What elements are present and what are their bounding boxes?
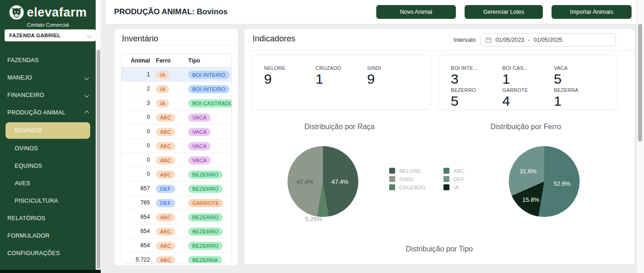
- sidebar-item-aves[interactable]: AVES: [0, 175, 96, 192]
- table-row[interactable]: 0ABCVACA: [121, 153, 231, 167]
- type-counts-card: BOI INTE...3BOI CAS...1VACA5BEZERRO5GARR…: [438, 55, 618, 110]
- pie-slice-label: 31.6%: [520, 168, 537, 175]
- farm-selector[interactable]: FAZENDA GABRIEL: [5, 29, 96, 41]
- stat-block: BOI INTE...3: [451, 65, 502, 86]
- indicators-title: Indicadores: [253, 34, 295, 44]
- sidebar-item-label: BOVINOS: [15, 127, 42, 134]
- stat-block: BEZERRA1: [554, 87, 605, 108]
- legend-item: DEF: [443, 176, 465, 182]
- legend-label: DEF: [454, 176, 464, 182]
- sidebar: elevafarm Contato Comercial FAZENDA GABR…: [0, 0, 96, 273]
- new-animal-button[interactable]: Novo Animal: [376, 5, 456, 19]
- legend-label: CRUZADO: [399, 185, 426, 190]
- sidebar-bottom-strip: [0, 270, 101, 273]
- sidebar-scrollbar[interactable]: [96, 0, 101, 273]
- table-row[interactable]: 3IABOI CASTRADO: [121, 96, 231, 110]
- animal-cell: 1: [121, 71, 150, 78]
- table-row[interactable]: 0ABCVACA: [121, 110, 231, 125]
- animal-cell: 0: [121, 142, 150, 149]
- table-row[interactable]: 654ABCBEZERRO: [121, 210, 231, 224]
- chart-title-ferro: Distribuição por Ferro: [459, 123, 592, 131]
- pie-chart-raca[interactable]: 47.4% 47.4% 5.26%: [288, 146, 358, 217]
- tipo-badge: BEZERRO: [188, 242, 223, 250]
- sidebar-item-configura-es[interactable]: CONFIGURAÇÕES: [0, 245, 96, 262]
- table-row[interactable]: 654ABCBEZERRO: [121, 239, 231, 253]
- stat-block: BEZERRO5: [451, 87, 502, 108]
- ferro-badge: IA: [156, 71, 169, 79]
- header-buttons: Novo Animal Gerenciar Lotes Importar Ani…: [376, 5, 632, 19]
- page-title: PRODUÇÃO ANIMAL: Bovinos: [114, 7, 228, 17]
- animal-cell: 657: [121, 185, 150, 192]
- table-row[interactable]: 5.722ABCBEZERRA: [121, 253, 231, 263]
- tipo-badge: BOI CASTRADO: [188, 99, 231, 108]
- stat-label: CRUZADO: [316, 65, 367, 71]
- sidebar-nav: FAZENDASMANEJOFINANCEIROPRODUÇÃO ANIMALB…: [0, 51, 96, 262]
- calendar-icon: [485, 37, 492, 43]
- main-scrollbar[interactable]: [636, 0, 644, 273]
- tipo-badge: BEZERRO: [188, 185, 223, 193]
- ferro-badge: ABC: [156, 242, 175, 250]
- sidebar-item-fazendas[interactable]: FAZENDAS: [0, 51, 96, 69]
- table-row[interactable]: 0ABCVACA: [121, 125, 231, 139]
- animal-cell: 0: [121, 114, 150, 120]
- sidebar-item-bovinos[interactable]: BOVINOS: [6, 122, 90, 139]
- ferro-badge: ABC: [156, 114, 175, 122]
- table-row[interactable]: 2IABOI INTEIRO: [121, 82, 231, 96]
- table-row[interactable]: 765DEFGARROTE: [121, 196, 231, 210]
- sidebar-scrollbar-thumb[interactable]: [97, 50, 100, 269]
- stat-value: 3: [451, 71, 502, 86]
- import-animals-button[interactable]: Importar Animais: [552, 5, 632, 19]
- ferro-badge: ABC: [156, 128, 175, 136]
- sidebar-item-piscicultura[interactable]: PISCICULTURA: [0, 192, 96, 210]
- ferro-badge: DEF: [156, 199, 175, 207]
- logo-cow-icon: [9, 5, 24, 20]
- table-row[interactable]: 657DEFBEZERRO: [121, 182, 231, 196]
- stat-label: VACA: [554, 65, 605, 71]
- ferro-badge: ABC: [156, 228, 175, 236]
- legend-label: ABC: [454, 168, 465, 174]
- stat-value: 4: [502, 93, 554, 108]
- main-scrollbar-thumb[interactable]: [638, 24, 642, 142]
- app-window: elevafarm Contato Comercial FAZENDA GABR…: [0, 0, 644, 273]
- tipo-badge: BEZERRO: [188, 213, 223, 222]
- indicators-panel: Indicadores Intervalo 01/05/2023 - 01/05…: [244, 28, 635, 265]
- stat-label: SINDI: [367, 65, 419, 71]
- table-row[interactable]: 654ABCBEZERRO: [121, 224, 231, 239]
- logo: elevafarm: [0, 5, 96, 20]
- sidebar-item-manejo[interactable]: MANEJO: [0, 69, 96, 86]
- manage-lots-button[interactable]: Gerenciar Lotes: [465, 5, 543, 19]
- sidebar-item-equinos[interactable]: EQUINOS: [0, 157, 96, 175]
- sidebar-item-financeiro[interactable]: FINANCEIRO: [0, 86, 96, 104]
- sidebar-item-produ-o-animal[interactable]: PRODUÇÃO ANIMAL: [0, 104, 96, 121]
- interval-control: Intervalo 01/05/2023 - 01/05/2025: [454, 33, 616, 46]
- animal-cell: 0: [121, 157, 150, 163]
- legend-swatch-icon: [389, 168, 395, 174]
- date-range-input[interactable]: 01/05/2023 - 01/05/2025: [480, 33, 616, 46]
- pie-slice-label: 47.4%: [297, 178, 314, 185]
- breed-counts-card: NELORE9CRUZADO1SINDI9: [252, 55, 431, 110]
- stat-value: 5: [451, 93, 502, 108]
- legend-swatch-icon: [443, 176, 449, 182]
- animal-cell: 0: [121, 171, 150, 177]
- pie-slice-label: 47.4%: [332, 178, 349, 185]
- sidebar-item-formulador[interactable]: FORMULADOR: [0, 227, 96, 245]
- legend-swatch-icon: [389, 184, 395, 190]
- legend-ferro: ABCDEFIA: [443, 168, 465, 190]
- column-header-animal: Animal: [121, 57, 150, 64]
- table-row[interactable]: 1IABOI INTEIRO: [121, 68, 231, 82]
- sidebar-item-label: FORMULADOR: [7, 233, 50, 239]
- stat-value: 1: [502, 71, 554, 86]
- animal-cell: 654: [121, 228, 150, 234]
- animal-cell: 654: [121, 214, 150, 220]
- tipo-badge: BEZERRA: [188, 256, 222, 264]
- logo-text: elevafarm: [27, 6, 87, 20]
- pie-chart-ferro[interactable]: 52.6% 31.6% 15.8%: [509, 146, 580, 217]
- animal-cell: 0: [121, 128, 150, 135]
- table-row[interactable]: 0ABCBEZERRO: [121, 167, 231, 182]
- stat-label: NELORE: [264, 65, 316, 71]
- animal-cell: 2: [121, 85, 150, 92]
- sidebar-item-ovinos[interactable]: OVINOS: [0, 140, 96, 157]
- sidebar-item-relat-rios[interactable]: RELATÓRIOS: [0, 210, 96, 227]
- table-row[interactable]: 0ABCVACA: [121, 139, 231, 153]
- stat-block: BOI CAS...1: [502, 65, 554, 86]
